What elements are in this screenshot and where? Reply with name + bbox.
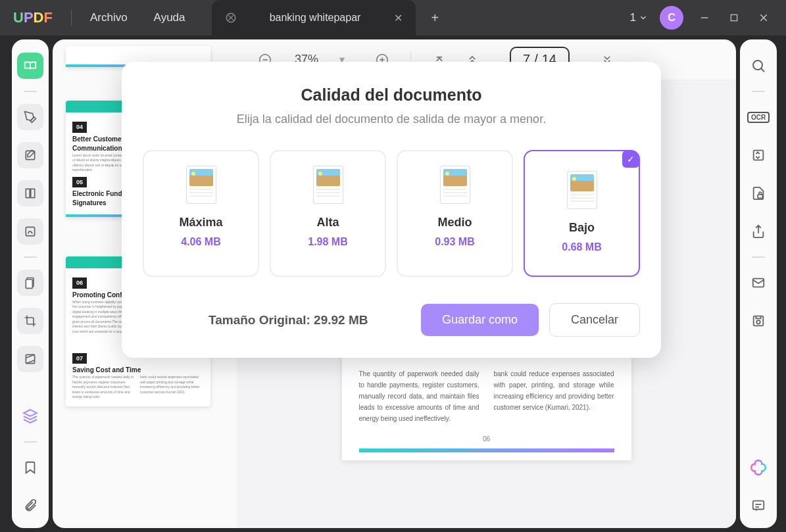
page-gradient <box>359 448 614 452</box>
svg-rect-12 <box>754 151 764 160</box>
organize-tool[interactable] <box>17 180 43 206</box>
save-button[interactable] <box>745 308 772 334</box>
svg-point-11 <box>753 60 762 70</box>
protect-button[interactable] <box>745 180 772 206</box>
quality-option-medio[interactable]: Medio 0.93 MB <box>397 150 513 277</box>
modal-title: Calidad del documento <box>143 85 640 105</box>
user-avatar[interactable]: C <box>660 6 683 30</box>
ocr-button[interactable]: OCR <box>745 104 772 130</box>
chat-button[interactable] <box>745 493 772 519</box>
separator <box>24 441 37 443</box>
svg-rect-3 <box>26 189 30 197</box>
doc-text-right: bank could reduce expenses associated wi… <box>494 368 614 424</box>
svg-rect-1 <box>731 14 737 20</box>
original-size-label: Tamaño Original: 29.92 MB <box>143 313 410 327</box>
window-count[interactable]: 1 <box>630 11 648 24</box>
search-button[interactable] <box>745 53 772 79</box>
convert-button[interactable] <box>745 142 772 168</box>
close-window-button[interactable] <box>754 12 773 23</box>
right-toolbar: OCR <box>740 39 777 528</box>
modal-footer: Tamaño Original: 29.92 MB Guardar como C… <box>143 303 640 337</box>
quality-option-maxima[interactable]: Máxima 4.06 MB <box>143 150 259 277</box>
svg-rect-7 <box>26 279 32 288</box>
quality-modal: Calidad del documento Elija la calidad d… <box>122 62 661 358</box>
reader-tool[interactable] <box>17 53 43 79</box>
new-tab-button[interactable]: + <box>416 11 455 26</box>
maximize-button[interactable] <box>725 13 743 22</box>
save-as-button[interactable]: Guardar como <box>421 304 539 336</box>
document-tab[interactable]: banking whitepapar ✕ <box>212 0 416 36</box>
app-logo: UPDF <box>0 9 66 26</box>
separator <box>24 91 37 92</box>
comment-tool[interactable] <box>17 104 43 130</box>
fill-sign-tool[interactable] <box>17 218 43 245</box>
redact-tool[interactable] <box>17 346 43 372</box>
share-button[interactable] <box>745 218 772 245</box>
menu-file[interactable]: Archivo <box>77 11 141 24</box>
quality-options: Máxima 4.06 MB Alta 1.98 MB Medio 0.93 M… <box>143 150 640 277</box>
divider <box>71 10 72 26</box>
cancel-button[interactable]: Cancelar <box>549 303 640 337</box>
separator <box>752 91 765 92</box>
titlebar: UPDF Archivo Ayuda banking whitepapar ✕ … <box>0 0 786 36</box>
layers-button[interactable] <box>17 403 43 429</box>
file-icon <box>225 12 237 24</box>
quality-option-alta[interactable]: Alta 1.98 MB <box>270 150 386 277</box>
check-icon: ✓ <box>622 151 639 168</box>
doc-page-number: 06 <box>359 433 614 445</box>
bookmark-button[interactable] <box>17 454 43 481</box>
page-tool[interactable] <box>17 270 43 296</box>
tab-title: banking whitepapar <box>246 12 385 24</box>
svg-rect-4 <box>31 189 35 197</box>
svg-rect-13 <box>758 195 762 199</box>
doc-text-left: The quantity of paperwork needed daily t… <box>359 368 479 424</box>
svg-point-16 <box>756 320 760 324</box>
minimize-button[interactable] <box>695 12 714 23</box>
edit-tool[interactable] <box>17 142 43 168</box>
document-page: The quantity of paperwork needed daily t… <box>342 356 631 460</box>
quality-option-bajo[interactable]: ✓ Bajo 0.68 MB <box>524 150 640 277</box>
svg-rect-17 <box>753 501 764 510</box>
left-toolbar <box>12 39 49 528</box>
close-tab-icon[interactable]: ✕ <box>394 12 403 24</box>
separator <box>752 256 765 258</box>
email-button[interactable] <box>745 270 772 296</box>
crop-tool[interactable] <box>17 308 43 334</box>
modal-subtitle: Elija la calidad del documento de salida… <box>143 112 640 126</box>
separator <box>24 256 37 258</box>
attachment-button[interactable] <box>17 493 43 519</box>
menu-help[interactable]: Ayuda <box>141 11 199 24</box>
ai-assistant-button[interactable] <box>745 454 772 481</box>
